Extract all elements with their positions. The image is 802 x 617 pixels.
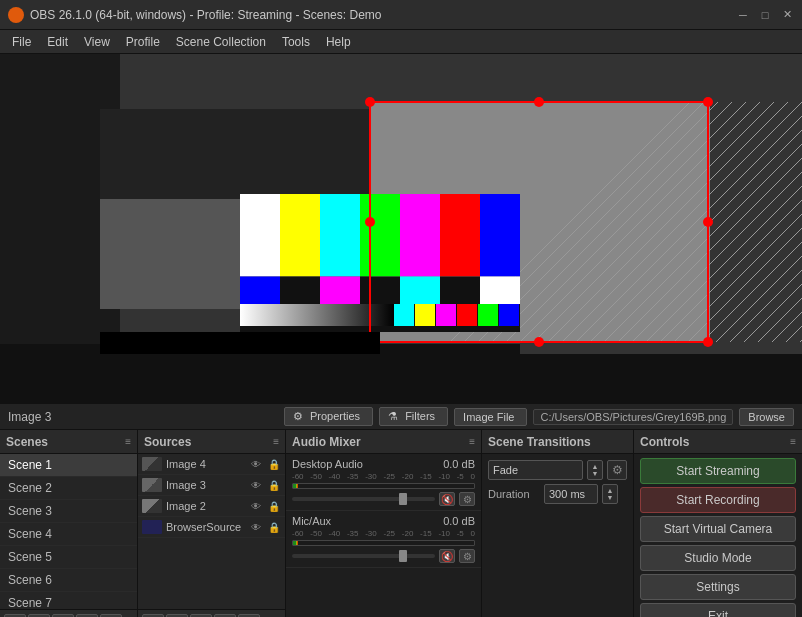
duration-input[interactable] — [544, 484, 598, 504]
scenes-menu-icon[interactable]: ≡ — [125, 436, 131, 447]
mic-audio-fader-row: 🔇 ⚙ — [292, 549, 475, 563]
settings-button[interactable]: Settings — [640, 574, 796, 600]
mic-audio-mute-button[interactable]: 🔇 — [439, 549, 455, 563]
maximize-button[interactable]: □ — [758, 8, 772, 22]
controls-header: Controls ≡ — [634, 430, 802, 454]
menu-edit[interactable]: Edit — [39, 33, 76, 51]
remove-scene-button[interactable]: − — [28, 614, 50, 618]
start-streaming-button[interactable]: Start Streaming — [640, 458, 796, 484]
scene-up-button[interactable]: ∧ — [76, 614, 98, 618]
menu-scene-collection[interactable]: Scene Collection — [168, 33, 274, 51]
remove-source-button[interactable]: − — [166, 614, 188, 618]
file-path: C:/Users/OBS/Pictures/Grey169B.png — [533, 409, 733, 425]
duration-label: Duration — [488, 488, 540, 500]
mic-audio-fader-thumb[interactable] — [399, 550, 407, 562]
scene-settings-button[interactable]: ⚙ — [52, 614, 74, 618]
scene-item-1[interactable]: Scene 1 — [0, 454, 137, 477]
title-bar-text: OBS 26.1.0 (64-bit, windows) - Profile: … — [30, 8, 736, 22]
title-bar: OBS 26.1.0 (64-bit, windows) - Profile: … — [0, 0, 802, 30]
audio-panel: Audio Mixer ≡ Desktop Audio 0.0 dB -60-5… — [286, 430, 482, 617]
controls-menu-icon[interactable]: ≡ — [790, 436, 796, 447]
sources-panel: Sources ≡ Image 4 👁 🔒 Image 3 👁 🔒 Image … — [138, 430, 286, 617]
image-file-button[interactable]: Image File — [454, 408, 527, 426]
source-visibility-image3[interactable]: 👁 — [249, 478, 263, 492]
source-down-button[interactable]: ∨ — [238, 614, 260, 618]
studio-mode-button[interactable]: Studio Mode — [640, 545, 796, 571]
menu-bar: File Edit View Profile Scene Collection … — [0, 30, 802, 54]
source-name-image4: Image 4 — [166, 458, 245, 470]
mic-audio-settings-button[interactable]: ⚙ — [459, 549, 475, 563]
scene-item-6[interactable]: Scene 6 — [0, 569, 137, 592]
scene-item-4[interactable]: Scene 4 — [0, 523, 137, 546]
source-visibility-browser[interactable]: 👁 — [249, 520, 263, 534]
filter-icon: ⚗ — [388, 410, 398, 422]
desktop-audio-name: Desktop Audio — [292, 458, 363, 470]
source-name-browser: BrowserSource — [166, 521, 245, 533]
mic-audio-db: 0.0 dB — [443, 515, 475, 527]
transitions-arrows[interactable]: ▲ ▼ — [587, 460, 603, 480]
audio-menu-icon[interactable]: ≡ — [469, 436, 475, 447]
transitions-type-select[interactable]: Fade Cut Swipe Slide — [488, 460, 583, 480]
properties-button[interactable]: ⚙ Properties — [284, 407, 373, 426]
mic-audio-fader[interactable] — [292, 554, 435, 558]
source-name-label: Image 3 — [8, 410, 51, 424]
mic-audio-track: Mic/Aux 0.0 dB -60-50-40-35-30-25-20-15-… — [286, 511, 481, 568]
menu-help[interactable]: Help — [318, 33, 359, 51]
source-thumb-image3 — [142, 478, 162, 492]
desktop-audio-fader[interactable] — [292, 497, 435, 501]
menu-file[interactable]: File — [4, 33, 39, 51]
source-name-image3: Image 3 — [166, 479, 245, 491]
scene-down-button[interactable]: ∨ — [100, 614, 122, 618]
add-source-button[interactable]: + — [142, 614, 164, 618]
source-item-image4[interactable]: Image 4 👁 🔒 — [138, 454, 285, 475]
source-lock-image4[interactable]: 🔒 — [267, 457, 281, 471]
browse-button[interactable]: Browse — [739, 408, 794, 426]
source-label-bar: Image 3 ⚙ Properties ⚗ Filters Image Fil… — [0, 404, 802, 430]
start-recording-button[interactable]: Start Recording — [640, 487, 796, 513]
desktop-audio-track: Desktop Audio 0.0 dB -60-50-40-35-30-25-… — [286, 454, 481, 511]
scene-item-5[interactable]: Scene 5 — [0, 546, 137, 569]
controls-panel: Controls ≡ Start Streaming Start Recordi… — [634, 430, 802, 617]
gear-icon: ⚙ — [293, 410, 303, 422]
sources-menu-icon[interactable]: ≡ — [273, 436, 279, 447]
audio-header: Audio Mixer ≡ — [286, 430, 481, 454]
scenes-toolbar: + − ⚙ ∧ ∨ — [0, 609, 137, 617]
source-item-image2[interactable]: Image 2 👁 🔒 — [138, 496, 285, 517]
source-lock-image3[interactable]: 🔒 — [267, 478, 281, 492]
source-lock-image2[interactable]: 🔒 — [267, 499, 281, 513]
exit-button[interactable]: Exit — [640, 603, 796, 617]
add-scene-button[interactable]: + — [4, 614, 26, 618]
desktop-audio-mute-button[interactable]: 🔇 — [439, 492, 455, 506]
menu-view[interactable]: View — [76, 33, 118, 51]
duration-arrows[interactable]: ▲ ▼ — [602, 484, 618, 504]
source-lock-browser[interactable]: 🔒 — [267, 520, 281, 534]
source-item-browser[interactable]: BrowserSource 👁 🔒 — [138, 517, 285, 538]
scene-item-7[interactable]: Scene 7 — [0, 592, 137, 609]
source-visibility-image2[interactable]: 👁 — [249, 499, 263, 513]
source-visibility-image4[interactable]: 👁 — [249, 457, 263, 471]
scene-item-2[interactable]: Scene 2 — [0, 477, 137, 500]
menu-profile[interactable]: Profile — [118, 33, 168, 51]
desktop-audio-meter — [292, 483, 475, 489]
filters-button[interactable]: ⚗ Filters — [379, 407, 448, 426]
mic-audio-meter-bar — [293, 541, 298, 545]
mic-audio-meter — [292, 540, 475, 546]
sources-list: Image 4 👁 🔒 Image 3 👁 🔒 Image 2 👁 🔒 Brow… — [138, 454, 285, 609]
source-up-button[interactable]: ∧ — [214, 614, 236, 618]
menu-tools[interactable]: Tools — [274, 33, 318, 51]
desktop-audio-fader-thumb[interactable] — [399, 493, 407, 505]
source-item-image3[interactable]: Image 3 👁 🔒 — [138, 475, 285, 496]
desktop-audio-meter-labels: -60-50-40-35-30-25-20-15-10-50 — [292, 472, 475, 481]
transitions-settings-button[interactable]: ⚙ — [607, 460, 627, 480]
window-controls: ─ □ ✕ — [736, 8, 794, 22]
scene-item-3[interactable]: Scene 3 — [0, 500, 137, 523]
mic-audio-name: Mic/Aux — [292, 515, 331, 527]
bottom-panel: Scenes ≡ Scene 1 Scene 2 Scene 3 Scene 4… — [0, 430, 802, 617]
desktop-audio-settings-button[interactable]: ⚙ — [459, 492, 475, 506]
close-button[interactable]: ✕ — [780, 8, 794, 22]
minimize-button[interactable]: ─ — [736, 8, 750, 22]
transitions-type-row: Fade Cut Swipe Slide ▲ ▼ ⚙ — [488, 460, 627, 480]
preview-canvas[interactable] — [0, 54, 802, 404]
start-virtual-camera-button[interactable]: Start Virtual Camera — [640, 516, 796, 542]
source-settings-button[interactable]: ⚙ — [190, 614, 212, 618]
